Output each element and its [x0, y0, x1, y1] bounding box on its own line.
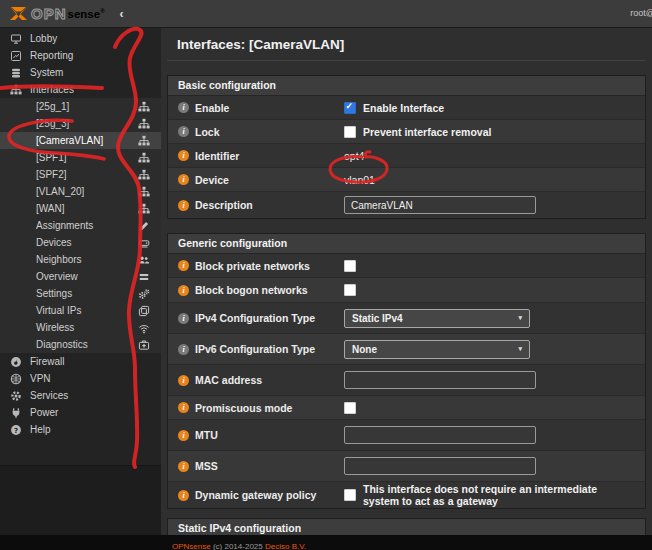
help-icon[interactable]: i	[178, 102, 189, 113]
enable-checkbox[interactable]	[344, 102, 356, 114]
description-input[interactable]	[344, 196, 536, 214]
help-icon[interactable]: i	[178, 461, 189, 472]
sidebar-item-devices[interactable]: Devices	[0, 234, 161, 251]
row-lock: iLock Prevent interface removal	[168, 120, 645, 144]
ipv4-type-select[interactable]: Static IPv4▾	[344, 309, 530, 328]
row-block-private: iBlock private networks	[168, 254, 645, 278]
row-mac-address: iMAC address	[168, 365, 645, 396]
sidebar-item-diagnostics[interactable]: Diagnostics	[0, 336, 161, 353]
sidebar-item-help[interactable]: ? Help	[0, 421, 161, 438]
field-label: Dynamic gateway policy	[195, 489, 316, 501]
row-mss: iMSS	[168, 451, 645, 482]
footer-company-link[interactable]: Deciso B.V.	[265, 542, 306, 550]
help-icon[interactable]: i	[178, 490, 189, 501]
section-header: Basic configuration	[168, 76, 645, 96]
help-icon[interactable]: i	[178, 150, 189, 161]
sidebar-item-lobby[interactable]: Lobby	[0, 30, 161, 47]
sidebar-item-interfaces[interactable]: Interfaces	[0, 81, 161, 98]
help-icon[interactable]: i	[178, 375, 189, 386]
logged-in-user[interactable]: root@	[630, 8, 652, 18]
row-identifier: iIdentifier opt4	[168, 144, 645, 168]
sitemap-icon	[137, 203, 150, 215]
help-icon[interactable]: i	[178, 344, 189, 355]
sitemap-icon	[137, 152, 150, 164]
sidebar-item-cameravlan[interactable]: [CameraVLAN]	[0, 132, 161, 149]
field-label: Device	[195, 174, 229, 186]
row-promiscuous: iPromiscuous mode	[168, 396, 645, 420]
help-icon[interactable]: i	[178, 126, 189, 137]
sidebar-item-services[interactable]: Services	[0, 387, 161, 404]
pencil-icon	[137, 220, 150, 232]
sidebar-item-system[interactable]: System	[0, 64, 161, 81]
sitemap-icon	[137, 169, 150, 181]
promiscuous-checkbox[interactable]	[344, 402, 356, 414]
sidebar-item-25g_3[interactable]: [25g_3]	[0, 115, 161, 132]
help-icon[interactable]: i	[178, 430, 189, 441]
opnsense-logo[interactable]: OPNsense®	[9, 5, 105, 22]
lock-checkbox[interactable]	[344, 126, 356, 138]
system-icon	[9, 67, 23, 79]
hdd-icon	[137, 237, 150, 249]
section-header: Generic configuration	[168, 234, 645, 254]
field-label: Promiscuous mode	[195, 402, 292, 414]
footer-brand-link[interactable]: OPNsense	[172, 542, 211, 550]
top-bar: OPNsense® ‹ root@	[0, 0, 652, 28]
mac-address-input[interactable]	[344, 371, 536, 389]
page-title: Interfaces: [CameraVLAN]	[177, 37, 652, 52]
block-bogon-checkbox[interactable]	[344, 284, 356, 296]
sitemap-icon	[137, 118, 150, 130]
sidebar-item-power[interactable]: Power	[0, 404, 161, 421]
chevron-down-icon: ▾	[518, 345, 522, 353]
svg-text:?: ?	[14, 426, 18, 434]
sidebar-item-firewall[interactable]: Firewall	[0, 353, 161, 370]
help-icon[interactable]: i	[178, 200, 189, 211]
gears-icon	[137, 288, 150, 300]
row-ipv6-type: iIPv6 Configuration Type None▾	[168, 334, 645, 365]
sidebar-item-wan[interactable]: [WAN]	[0, 200, 161, 217]
list-icon	[137, 271, 150, 283]
ipv6-type-select[interactable]: None▾	[344, 340, 530, 359]
fire-icon	[9, 356, 23, 368]
chevron-down-icon: ▾	[518, 314, 522, 322]
sidebar-collapse-chevron-icon[interactable]: ‹	[120, 7, 124, 21]
gear-icon	[9, 390, 23, 402]
sidebar-item-wireless[interactable]: Wireless	[0, 319, 161, 336]
identifier-value: opt4	[344, 150, 364, 162]
field-label: Enable	[195, 102, 229, 114]
row-enable: iEnable Enable Interface	[168, 96, 645, 120]
sidebar-item-assignments[interactable]: Assignments	[0, 217, 161, 234]
sidebar-item-vlan_20[interactable]: [VLAN_20]	[0, 183, 161, 200]
sidebar-item-vpn[interactable]: VPN	[0, 370, 161, 387]
sidebar-item-reporting[interactable]: Reporting	[0, 47, 161, 64]
help-icon[interactable]: i	[178, 285, 189, 296]
row-block-bogon: iBlock bogon networks	[168, 278, 645, 303]
field-label: IPv4 Configuration Type	[195, 312, 315, 324]
sidebar-item-virtual-ips[interactable]: Virtual IPs	[0, 302, 161, 319]
panel-generic-configuration: Generic configuration iBlock private net…	[167, 233, 646, 509]
help-icon[interactable]: i	[178, 174, 189, 185]
mtu-input[interactable]	[344, 426, 536, 444]
dynamic-gateway-checkbox[interactable]	[344, 489, 356, 501]
selected-option: None	[352, 344, 377, 355]
field-label: Identifier	[195, 150, 239, 162]
field-label: MTU	[195, 429, 218, 441]
sidebar-item-25g_1[interactable]: [25g_1]	[0, 98, 161, 115]
sidebar-item-spf2[interactable]: [SPF2]	[0, 166, 161, 183]
row-device: iDevice vlan01	[168, 168, 645, 192]
help-icon[interactable]: i	[178, 402, 189, 413]
logo-text-secondary: sense®	[68, 8, 105, 20]
sidebar-item-overview[interactable]: Overview	[0, 268, 161, 285]
device-value: vlan01	[344, 174, 375, 186]
mss-input[interactable]	[344, 457, 536, 475]
block-private-checkbox[interactable]	[344, 260, 356, 272]
field-label: Lock	[195, 126, 220, 138]
panel-basic-configuration: Basic configuration iEnable Enable Inter…	[167, 75, 646, 219]
help-icon[interactable]: i	[178, 313, 189, 324]
sidebar-item-spf1[interactable]: [SPF1]	[0, 149, 161, 166]
sidebar-item-settings[interactable]: Settings	[0, 285, 161, 302]
sidebar-item-neighbors[interactable]: Neighbors	[0, 251, 161, 268]
help-icon[interactable]: i	[178, 260, 189, 271]
sitemap-icon	[137, 135, 150, 147]
globe-icon	[9, 373, 23, 385]
clone-icon	[137, 305, 150, 317]
